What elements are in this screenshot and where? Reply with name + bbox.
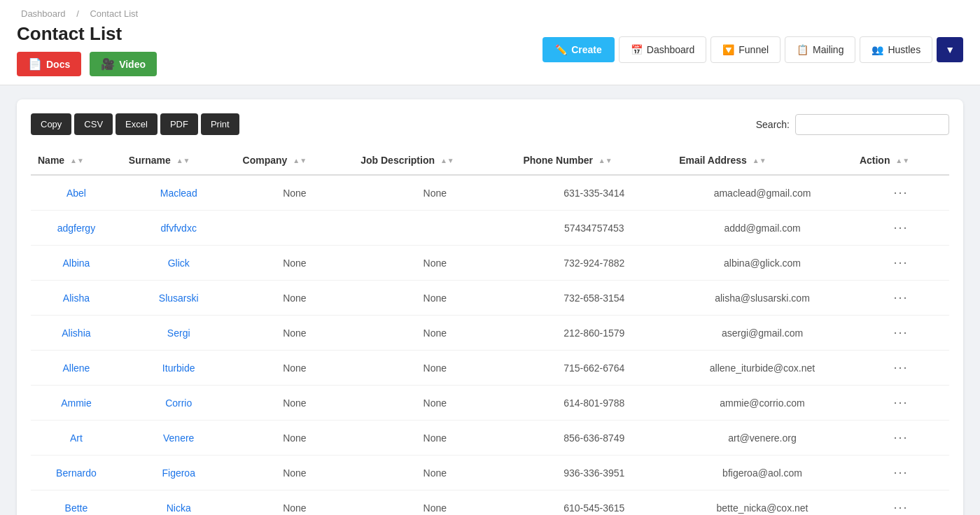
table-row: Albina Glick None None 732-924-7882 albi… [31, 246, 949, 281]
col-email-address[interactable]: Email Address ▲▼ [672, 146, 853, 175]
cell-action: ··· [853, 246, 949, 281]
cell-job-description: None [354, 246, 516, 281]
surname-link[interactable]: Corrio [165, 397, 192, 409]
surname-link[interactable]: dfvfvdxc [161, 223, 197, 234]
action-dots-button[interactable]: ··· [889, 499, 912, 515]
cell-job-description: None [354, 175, 516, 211]
surname-link[interactable]: Slusarski [159, 292, 199, 304]
cell-name: Bette [31, 491, 122, 516]
sort-job-icon: ▲▼ [440, 157, 454, 164]
cell-phone: 715-662-6764 [516, 351, 672, 386]
cell-surname: Maclead [122, 175, 236, 211]
col-action[interactable]: Action ▲▼ [853, 146, 949, 175]
cell-surname: Iturbide [122, 351, 236, 386]
hustles-button[interactable]: 👥 Hustles [860, 36, 932, 63]
hustles-icon: 👥 [872, 44, 883, 55]
cell-phone: 57434757453 [516, 211, 672, 246]
action-dots-button[interactable]: ··· [889, 324, 912, 341]
cell-company [236, 211, 354, 246]
cell-surname: Glick [122, 246, 236, 281]
action-dots-button[interactable]: ··· [889, 359, 912, 376]
excel-button[interactable]: Excel [115, 113, 158, 135]
cell-job-description: None [354, 281, 516, 316]
surname-link[interactable]: Sergi [167, 327, 190, 339]
col-phone-number[interactable]: Phone Number ▲▼ [516, 146, 672, 175]
cell-surname: Corrio [122, 386, 236, 421]
cell-job-description: None [354, 351, 516, 386]
cell-email: asergi@gmail.com [672, 316, 853, 351]
surname-link[interactable]: Venere [163, 432, 194, 444]
csv-button[interactable]: CSV [74, 113, 113, 135]
cell-company: None [236, 351, 354, 386]
docs-button[interactable]: 📄 Docs [17, 52, 81, 76]
col-job-description[interactable]: Job Description ▲▼ [354, 146, 516, 175]
col-name[interactable]: Name ▲▼ [31, 146, 122, 175]
table-body: Abel Maclead None None 631-335-3414 amac… [31, 175, 949, 515]
surname-link[interactable]: Glick [168, 258, 190, 269]
cell-job-description: None [354, 421, 516, 456]
cell-name: Alisha [31, 281, 122, 316]
surname-link[interactable]: Nicka [167, 502, 191, 514]
cell-email: bfigeroa@aol.com [672, 456, 853, 491]
name-link[interactable]: Bette [65, 502, 88, 514]
action-dots-button[interactable]: ··· [889, 464, 912, 481]
cell-surname: Sergi [122, 316, 236, 351]
col-company[interactable]: Company ▲▼ [236, 146, 354, 175]
table-toolbar: Copy CSV Excel PDF Print Search: [31, 113, 949, 135]
cell-phone: 614-801-9788 [516, 386, 672, 421]
dropdown-button[interactable]: ▼ [937, 37, 963, 62]
action-dots-button[interactable]: ··· [889, 289, 912, 306]
funnel-button[interactable]: 🔽 Funnel [710, 36, 780, 63]
cell-email: albina@glick.com [672, 246, 853, 281]
cell-action: ··· [853, 456, 949, 491]
name-link[interactable]: Allene [62, 362, 90, 374]
dashboard-button[interactable]: 📅 Dashboard [619, 36, 707, 63]
cell-phone: 212-860-1579 [516, 316, 672, 351]
name-link[interactable]: Abel [66, 188, 86, 199]
name-link[interactable]: Albina [62, 258, 90, 269]
action-dots-button[interactable]: ··· [889, 254, 912, 271]
surname-link[interactable]: Maclead [160, 188, 197, 199]
action-dots-button[interactable]: ··· [889, 219, 912, 237]
name-link[interactable]: adgfergy [57, 223, 95, 234]
pdf-button[interactable]: PDF [160, 113, 198, 135]
mailing-button[interactable]: 📋 Mailing [785, 36, 855, 63]
table-row: Allene Iturbide None None 715-662-6764 a… [31, 351, 949, 386]
create-button[interactable]: ✏️ Create [542, 37, 615, 62]
search-label: Search: [756, 119, 790, 130]
cell-action: ··· [853, 211, 949, 246]
sort-action-icon: ▲▼ [895, 157, 909, 164]
cell-phone: 610-545-3615 [516, 491, 672, 516]
create-icon: ✏️ [555, 44, 567, 55]
docs-icon: 📄 [28, 57, 42, 71]
video-button[interactable]: 🎥 Video [90, 52, 157, 76]
name-link[interactable]: Art [70, 432, 83, 444]
action-dots-button[interactable]: ··· [889, 394, 912, 411]
page-title: Contact List [17, 23, 157, 45]
name-link[interactable]: Alishia [62, 327, 90, 339]
sort-name-icon: ▲▼ [70, 157, 84, 164]
video-icon: 🎥 [101, 57, 115, 71]
table-row: Ammie Corrio None None 614-801-9788 ammi… [31, 386, 949, 421]
breadcrumb: Dashboard / Contact List [17, 8, 963, 19]
action-dots-button[interactable]: ··· [889, 429, 912, 446]
copy-button[interactable]: Copy [31, 113, 71, 135]
cell-company: None [236, 175, 354, 211]
action-dots-button[interactable]: ··· [889, 184, 912, 202]
cell-email: alisha@slusarski.com [672, 281, 853, 316]
cell-email: ammie@corrio.com [672, 386, 853, 421]
surname-link[interactable]: Iturbide [162, 362, 195, 374]
cell-name: Alishia [31, 316, 122, 351]
cell-action: ··· [853, 421, 949, 456]
name-link[interactable]: Ammie [61, 397, 92, 409]
cell-name: Art [31, 421, 122, 456]
col-surname[interactable]: Surname ▲▼ [122, 146, 236, 175]
table-row: Bernardo Figeroa None None 936-336-3951 … [31, 456, 949, 491]
name-link[interactable]: Alisha [63, 292, 90, 304]
print-button[interactable]: Print [201, 113, 239, 135]
surname-link[interactable]: Figeroa [162, 467, 195, 479]
cell-company: None [236, 386, 354, 421]
name-link[interactable]: Bernardo [56, 467, 97, 479]
search-input[interactable] [795, 114, 949, 135]
cell-surname: dfvfvdxc [122, 211, 236, 246]
